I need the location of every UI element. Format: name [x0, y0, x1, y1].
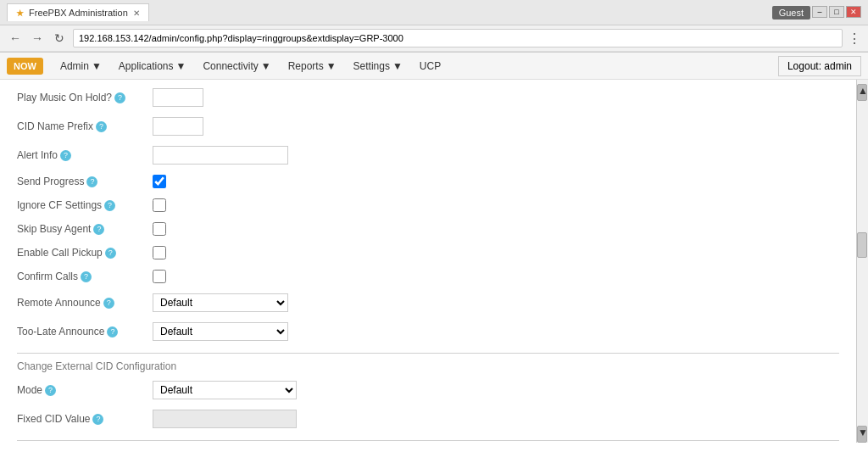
- settings-arrow-icon: ▼: [392, 60, 403, 72]
- cid-name-prefix-label: CID Name Prefix ?: [17, 120, 153, 132]
- scrollbar-up-arrow[interactable]: ▲: [857, 84, 867, 101]
- address-input[interactable]: [73, 29, 843, 47]
- scrollbar-thumb[interactable]: [857, 232, 867, 258]
- send-progress-help-icon[interactable]: ?: [86, 176, 97, 187]
- fixed-cid-label: Fixed CID Value ?: [17, 413, 153, 425]
- admin-arrow-icon: ▼: [92, 60, 102, 72]
- enable-call-pickup-help-icon[interactable]: ?: [105, 248, 116, 259]
- fixed-cid-input[interactable]: [153, 410, 297, 428]
- alert-info-input[interactable]: [153, 146, 288, 165]
- too-late-announce-row: Too-Late Announce ? Default: [17, 317, 839, 346]
- top-navigation: NOW Admin ▼ Applications ▼ Connectivity …: [0, 53, 868, 80]
- mode-select[interactable]: Default: [153, 381, 297, 399]
- nav-ucp[interactable]: UCP: [411, 55, 449, 77]
- remote-announce-label: Remote Announce ?: [17, 297, 153, 309]
- too-late-announce-select[interactable]: Default: [153, 322, 288, 341]
- remote-announce-row: Remote Announce ? Default: [17, 288, 839, 317]
- nav-admin[interactable]: Admin ▼: [52, 55, 110, 77]
- confirm-calls-help-icon[interactable]: ?: [81, 271, 92, 282]
- skip-busy-row: Skip Busy Agent ?: [17, 217, 839, 241]
- back-button[interactable]: ←: [7, 30, 24, 47]
- ignore-cf-help-icon[interactable]: ?: [104, 200, 115, 211]
- mode-row: Mode ? Default: [17, 376, 839, 404]
- skip-busy-checkbox[interactable]: [153, 222, 166, 236]
- send-progress-label: Send Progress ?: [17, 176, 153, 187]
- enable-call-pickup-label: Enable Call Pickup ?: [17, 247, 153, 259]
- remote-announce-select[interactable]: Default: [153, 293, 288, 312]
- skip-busy-label: Skip Busy Agent ?: [17, 223, 153, 235]
- cid-name-help-icon[interactable]: ?: [96, 121, 107, 132]
- applications-arrow-icon: ▼: [176, 60, 186, 72]
- nav-settings[interactable]: Settings ▼: [345, 55, 411, 77]
- forward-button[interactable]: →: [29, 30, 46, 47]
- mode-help-icon[interactable]: ?: [45, 385, 56, 396]
- too-late-announce-label: Too-Late Announce ?: [17, 326, 153, 337]
- guest-badge: Guest: [772, 6, 810, 20]
- send-progress-row: Send Progress ?: [17, 170, 839, 193]
- address-bar: ← → ↻ ⋮: [0, 25, 868, 52]
- fixed-cid-help-icon[interactable]: ?: [92, 414, 103, 425]
- nav-reports[interactable]: Reports ▼: [280, 55, 345, 77]
- alert-info-help-icon[interactable]: ?: [60, 150, 71, 161]
- enable-call-pickup-row: Enable Call Pickup ?: [17, 241, 839, 265]
- too-late-announce-help-icon[interactable]: ?: [107, 326, 118, 337]
- browser-menu-icon[interactable]: ⋮: [848, 31, 861, 47]
- brand-logo[interactable]: NOW: [7, 58, 43, 75]
- scrollbar[interactable]: ▲ ▼: [856, 80, 868, 443]
- connectivity-arrow-icon: ▼: [261, 60, 271, 72]
- maximize-button[interactable]: □: [829, 6, 844, 18]
- confirm-calls-label: Confirm Calls ?: [17, 271, 153, 282]
- alert-info-row: Alert Info ?: [17, 141, 839, 170]
- remote-announce-help-icon[interactable]: ?: [103, 298, 114, 309]
- external-cid-title: Change External CID Configuration: [17, 357, 839, 376]
- play-music-row: Play Music On Hold? ?: [17, 83, 839, 112]
- skip-busy-help-icon[interactable]: ?: [93, 224, 104, 235]
- tab-close-icon[interactable]: ✕: [133, 8, 140, 18]
- enable-call-pickup-checkbox[interactable]: [153, 246, 166, 259]
- play-music-label: Play Music On Hold? ?: [17, 92, 153, 103]
- cid-name-prefix-input[interactable]: [153, 117, 203, 136]
- play-music-help-icon[interactable]: ?: [114, 92, 125, 103]
- call-recording-divider: [17, 440, 839, 441]
- external-cid-divider: [17, 353, 839, 354]
- window-controls: Guest – □ ✕: [772, 6, 861, 20]
- ignore-cf-label: Ignore CF Settings ?: [17, 199, 153, 211]
- browser-tab[interactable]: ★ FreePBX Administration ✕: [7, 3, 149, 21]
- ignore-cf-checkbox[interactable]: [153, 198, 166, 212]
- close-button[interactable]: ✕: [846, 6, 861, 18]
- tab-title: FreePBX Administration: [29, 8, 128, 18]
- fixed-cid-row: Fixed CID Value ?: [17, 404, 839, 433]
- scrollbar-down-arrow[interactable]: ▼: [857, 426, 867, 443]
- cid-name-prefix-row: CID Name Prefix ?: [17, 112, 839, 141]
- logout-button[interactable]: Logout: admin: [778, 56, 861, 76]
- alert-info-label: Alert Info ?: [17, 149, 153, 161]
- confirm-calls-row: Confirm Calls ?: [17, 265, 839, 288]
- confirm-calls-checkbox[interactable]: [153, 270, 166, 283]
- nav-applications[interactable]: Applications ▼: [110, 55, 195, 77]
- send-progress-checkbox[interactable]: [153, 175, 166, 188]
- reports-arrow-icon: ▼: [326, 60, 337, 72]
- tab-favicon: ★: [16, 8, 24, 18]
- nav-connectivity[interactable]: Connectivity ▼: [194, 55, 279, 77]
- minimize-button[interactable]: –: [812, 6, 827, 18]
- play-music-input[interactable]: [153, 88, 203, 107]
- reload-button[interactable]: ↻: [51, 30, 68, 47]
- mode-label: Mode ?: [17, 384, 153, 396]
- ignore-cf-row: Ignore CF Settings ?: [17, 193, 839, 217]
